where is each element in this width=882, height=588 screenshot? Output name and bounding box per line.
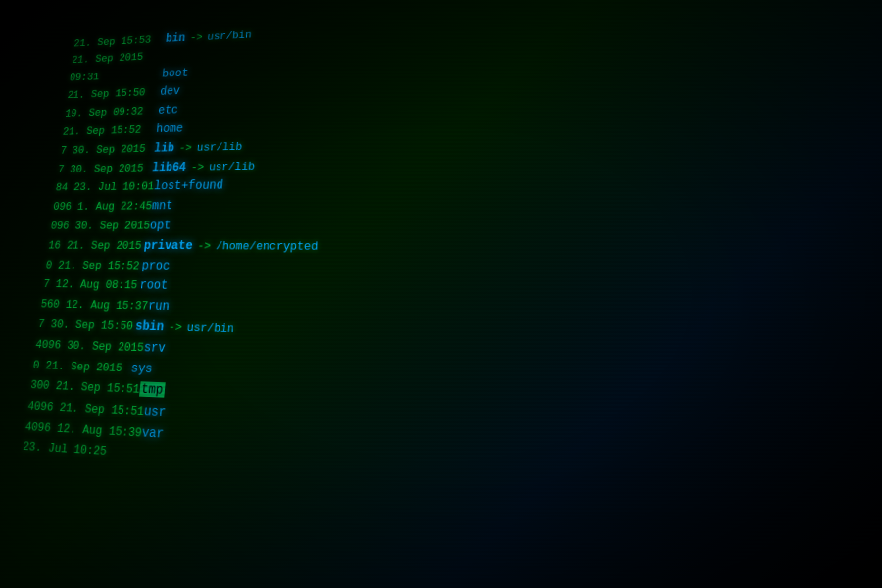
line-meta: 096 1. Aug 22:45 [52, 198, 153, 217]
line-arrow: -> [189, 29, 203, 47]
highlighted-file: tmp [139, 382, 166, 398]
line-meta: 84 23. Jul 10:01 [55, 178, 155, 197]
line-filename: etc [157, 101, 178, 120]
line-meta: 7 30. Sep 2015 [59, 140, 155, 160]
line-filename: tmp [138, 379, 165, 401]
terminal-window: 21. Sep 15:53 bin -> usr/bin21. Sep 2015… [0, 0, 882, 588]
line-meta: 096 30. Sep 2015 [50, 218, 151, 235]
line-filename: sbin [134, 317, 165, 337]
line-meta: 560 12. Aug 15:37 [40, 296, 150, 317]
line-meta: 7 30. Sep 2015 [57, 160, 153, 178]
line-target: usr/lib [196, 138, 243, 157]
line-filename: lost+found [153, 176, 223, 196]
line-filename: private [143, 235, 194, 255]
line-filename: mnt [151, 196, 173, 216]
line-arrow: -> [190, 159, 205, 176]
line-filename: var [141, 422, 165, 445]
line-filename: lib64 [151, 157, 187, 176]
line-filename: boot [161, 64, 189, 83]
line-meta: 7 12. Aug 08:15 [42, 276, 140, 296]
line-filename: bin [165, 29, 186, 48]
line-filename: root [139, 275, 170, 296]
line-filename: opt [149, 216, 172, 235]
line-filename: srv [143, 337, 167, 359]
line-target: usr/bin [186, 319, 235, 340]
line-arrow: -> [168, 318, 182, 338]
line-arrow: -> [197, 237, 212, 256]
line-filename: sys [130, 358, 154, 379]
line-meta: 0 21. Sep 15:52 [45, 257, 143, 275]
line-filename: proc [141, 256, 171, 275]
line-filename: usr [143, 401, 167, 423]
line-filename: dev [159, 82, 180, 101]
terminal-line: 096 30. Sep 2015 opt [50, 213, 882, 236]
line-target: usr/lib [208, 158, 255, 176]
line-arrow: -> [178, 140, 193, 158]
line-target: /home/encrypted [215, 237, 318, 257]
line-filename: lib [153, 138, 175, 158]
terminal-content: 21. Sep 15:53 bin -> usr/bin21. Sep 2015… [0, 0, 882, 588]
line-filename: home [155, 120, 183, 139]
lines-container: 21. Sep 15:53 bin -> usr/bin21. Sep 2015… [4, 0, 882, 530]
line-meta: 23. Jul 10:25 [22, 437, 123, 463]
line-meta: 16 21. Sep 2015 [47, 237, 145, 256]
line-filename: run [147, 296, 171, 317]
